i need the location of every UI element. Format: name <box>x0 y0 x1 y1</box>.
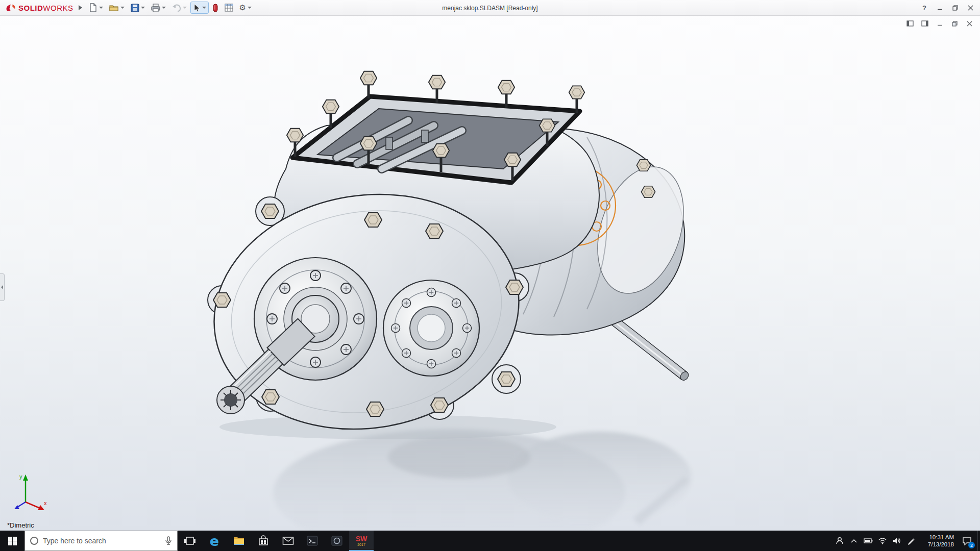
quick-toolbar: ⚙ <box>86 2 254 14</box>
y-axis-label: y <box>19 473 22 480</box>
network-button[interactable] <box>875 531 890 551</box>
table-icon <box>225 4 233 12</box>
orientation-triad: y x <box>8 470 49 513</box>
select-cursor-icon <box>193 4 201 12</box>
dropdown-arrow-icon[interactable] <box>248 7 252 9</box>
file-explorer-icon <box>233 536 245 546</box>
volume-button[interactable] <box>890 531 904 551</box>
action-center-button[interactable]: 2 <box>956 531 977 551</box>
save-icon <box>131 4 139 12</box>
pen-icon <box>907 537 915 545</box>
caption-buttons: ? <box>917 0 978 15</box>
taskbar-app-solidworks[interactable]: SW 2017 <box>349 531 374 551</box>
open-button[interactable] <box>107 2 127 14</box>
store-icon <box>258 535 269 546</box>
close-icon <box>968 5 973 11</box>
taskbar-app-edge[interactable]: e <box>202 531 227 551</box>
graphics-viewport[interactable]: y x *Dimetric <box>0 16 980 531</box>
mail-icon <box>282 536 294 545</box>
appearance-icon <box>212 4 218 12</box>
options-button[interactable]: ⚙ <box>237 2 254 14</box>
ink-workspace-button[interactable] <box>904 531 918 551</box>
command-prompt-icon <box>307 535 318 546</box>
people-icon <box>835 536 844 545</box>
notification-badge: 2 <box>968 542 975 548</box>
restore-icon <box>952 21 958 27</box>
dropdown-arrow-icon[interactable] <box>162 7 166 9</box>
dropdown-arrow-icon[interactable] <box>120 7 125 9</box>
new-document-button[interactable] <box>86 2 106 14</box>
start-button[interactable] <box>0 531 24 551</box>
close-button[interactable] <box>963 0 978 15</box>
help-button[interactable]: ? <box>917 0 932 15</box>
wifi-icon <box>878 537 887 544</box>
pane-toggle-left-button[interactable] <box>904 19 916 28</box>
minimize-icon <box>937 21 943 27</box>
people-button[interactable] <box>832 531 847 551</box>
dropdown-arrow-icon[interactable] <box>141 7 145 9</box>
taskbar-app-mail[interactable] <box>276 531 300 551</box>
featuremanager-collapse-handle[interactable] <box>0 273 5 301</box>
doc-minimize-button[interactable] <box>934 19 945 28</box>
clock-date: 7/13/2018 <box>928 541 954 548</box>
titlebar: SOLIDWORKS <box>0 0 980 16</box>
pane-left-icon <box>906 20 914 27</box>
undo-button[interactable] <box>169 2 189 14</box>
photos-icon <box>331 535 342 546</box>
taskbar-app-photos[interactable] <box>325 531 349 551</box>
print-button[interactable] <box>149 2 168 14</box>
cortana-icon <box>30 537 38 545</box>
minimize-button[interactable] <box>932 0 947 15</box>
evaluate-button[interactable] <box>222 2 236 14</box>
minimize-icon <box>937 5 943 11</box>
window-title: menjac sklop.SLDASM [Read-only] <box>442 0 537 16</box>
model-reflection <box>273 429 692 531</box>
restore-button[interactable] <box>947 0 963 15</box>
pane-right-icon <box>921 20 928 27</box>
select-tool-button[interactable] <box>190 2 209 14</box>
solidworks-logo: SOLIDWORKS <box>2 3 77 13</box>
battery-button[interactable] <box>861 531 875 551</box>
new-document-icon <box>89 3 97 12</box>
taskbar-app-store[interactable] <box>251 531 276 551</box>
edge-icon: e <box>210 534 219 548</box>
gear-icon: ⚙ <box>239 4 246 12</box>
dropdown-arrow-icon[interactable] <box>99 7 103 9</box>
clock-time: 10:31 AM <box>929 534 954 541</box>
taskbar-app-command-prompt[interactable] <box>300 531 325 551</box>
windows-logo-icon <box>8 537 17 545</box>
dropdown-arrow-icon[interactable] <box>183 7 187 9</box>
y-axis-arrow <box>23 474 28 481</box>
windows-taskbar: Type here to search e <box>0 531 980 551</box>
tray-overflow-button[interactable] <box>847 531 861 551</box>
task-view-button[interactable] <box>178 531 202 551</box>
z-axis-arrow <box>17 502 26 507</box>
print-icon <box>151 4 160 12</box>
menu-flyout-icon[interactable] <box>79 5 82 10</box>
task-view-icon <box>184 536 196 546</box>
dropdown-arrow-icon[interactable] <box>202 7 206 9</box>
battery-icon <box>864 538 873 544</box>
restore-icon <box>952 5 958 11</box>
close-icon <box>967 21 972 27</box>
taskbar-search-input[interactable]: Type here to search <box>24 531 178 551</box>
secondary-flange[interactable] <box>383 280 479 376</box>
save-button[interactable] <box>128 2 148 14</box>
solidworks-2017-icon: SW 2017 <box>356 535 368 546</box>
gearbox-assembly-model[interactable] <box>0 16 980 531</box>
pane-toggle-right-button[interactable] <box>919 19 930 28</box>
doc-close-button[interactable] <box>964 19 975 28</box>
search-placeholder: Type here to search <box>43 537 160 545</box>
microphone-icon[interactable] <box>165 536 172 545</box>
volume-icon <box>893 537 901 544</box>
ds-logo-icon <box>5 3 16 13</box>
open-folder-icon <box>109 4 119 12</box>
appearance-button[interactable] <box>210 2 221 14</box>
taskbar-clock[interactable]: 10:31 AM 7/13/2018 <box>918 531 956 551</box>
undo-icon <box>172 4 181 12</box>
doc-restore-button[interactable] <box>949 19 960 28</box>
document-window-controls <box>904 19 975 28</box>
taskbar-app-file-explorer[interactable] <box>227 531 251 551</box>
system-tray: 10:31 AM 7/13/2018 2 <box>832 531 980 551</box>
show-desktop-button[interactable] <box>977 531 980 551</box>
